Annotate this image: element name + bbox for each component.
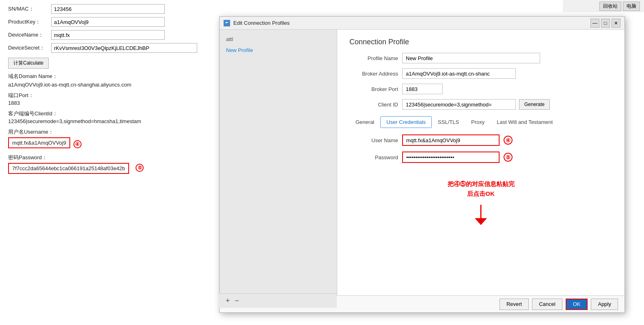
cred-password-label: Password — [349, 154, 398, 160]
credentials-section: User Name ④ Password ⑤ — [349, 134, 612, 163]
sn-input[interactable] — [51, 4, 165, 14]
device-name-label: DeviceName： — [8, 31, 49, 39]
broker-address-label: Broker Address — [349, 71, 398, 77]
tabs-row: General User Credentials SSL/TLS Proxy L… — [349, 116, 612, 128]
instruction-text: 把④⑤的对应信息粘贴完后点击OK — [349, 179, 612, 199]
broker-address-input[interactable] — [402, 68, 516, 79]
modal-sidebar: attl New Profile — [220, 30, 337, 295]
modal-right-panel: Connection Profile Profile Name Broker A… — [337, 30, 625, 295]
device-secret-row: DeviceSecret： — [8, 43, 215, 53]
cred-username-row: User Name ④ — [349, 134, 612, 146]
sidebar-bottom-controls: + − — [219, 293, 337, 308]
client-id-label: Client ID — [349, 102, 398, 108]
product-key-input[interactable] — [51, 17, 165, 27]
domain-label: 域名Domain Name： — [8, 73, 215, 80]
broker-port-label: Broker Port — [349, 86, 398, 92]
modal-body: attl New Profile Connection Profile Prof… — [220, 30, 625, 295]
recycle-bin-btn[interactable]: 回收站 — [599, 2, 621, 11]
svg-marker-4 — [475, 218, 487, 225]
profile-name-label: Profile Name — [349, 55, 398, 61]
svg-rect-1 — [226, 22, 227, 23]
client-id-input[interactable] — [402, 99, 516, 110]
left-panel: SN/MAC： ProductKey： DeviceName： DeviceSe… — [0, 0, 223, 325]
svg-rect-2 — [227, 22, 228, 23]
clientid-label: 客户端编号ClientId： — [8, 110, 215, 117]
password-box: 7f7ccc2da65644ebc1ca066191a25148af03e42b — [8, 163, 129, 174]
domain-value: a1AmqOVVoj9.iot-as-mqtt.cn-shanghai.aliy… — [8, 82, 215, 88]
tab-ssl-tls[interactable]: SSL/TLS — [432, 116, 465, 128]
modal-dialog: Edit Connection Profiles — □ ✕ attl New … — [219, 16, 625, 313]
cancel-button[interactable]: Cancel — [532, 299, 562, 310]
calc-button[interactable]: 计算Calculate — [8, 58, 49, 69]
device-name-row: DeviceName： — [8, 30, 215, 40]
tab-last-will[interactable]: Last Will and Testament — [491, 116, 559, 128]
sn-label: SN/MAC： — [8, 5, 49, 13]
product-key-row: ProductKey： — [8, 17, 215, 27]
password-annot-circle: ⑤ — [136, 164, 144, 172]
device-secret-input[interactable] — [51, 43, 197, 53]
port-label: 端口Port： — [8, 92, 215, 99]
modal-minimize-btn[interactable]: — — [590, 19, 599, 28]
generate-button[interactable]: Generate — [519, 99, 550, 110]
product-key-label: ProductKey： — [8, 18, 49, 26]
ok-button[interactable]: OK — [566, 299, 588, 310]
cred-password-row: Password ⑤ — [349, 152, 612, 163]
modal-title-icon — [224, 20, 230, 26]
sidebar-item-new-profile[interactable]: New Profile — [220, 45, 337, 56]
add-profile-btn[interactable]: + — [226, 297, 230, 305]
cred-username-label: User Name — [349, 137, 398, 143]
remove-profile-btn[interactable]: − — [235, 297, 239, 305]
top-right-bar: 回收站 电脑 — [563, 0, 644, 12]
modal-close-btn[interactable]: ✕ — [612, 19, 620, 28]
profile-name-input[interactable] — [402, 53, 540, 63]
tab-proxy[interactable]: Proxy — [465, 116, 491, 128]
modal-title-controls: — □ ✕ — [590, 19, 620, 28]
broker-port-row: Broker Port — [349, 84, 612, 94]
username-label: 用户名Username： — [8, 128, 215, 136]
sn-row: SN/MAC： — [8, 4, 215, 14]
broker-address-row: Broker Address — [349, 68, 612, 79]
cred-password-input[interactable] — [402, 152, 500, 163]
tab-general[interactable]: General — [349, 116, 380, 128]
modal-restore-btn[interactable]: □ — [601, 19, 610, 28]
computer-btn[interactable]: 电脑 — [623, 2, 640, 11]
broker-port-input[interactable] — [402, 84, 443, 94]
connection-profile-title: Connection Profile — [349, 38, 612, 46]
arrow-down-icon — [349, 203, 612, 230]
device-secret-label: DeviceSecret： — [8, 44, 49, 52]
modal-titlebar: Edit Connection Profiles — □ ✕ — [220, 17, 625, 30]
tab-user-credentials[interactable]: User Credentials — [380, 116, 432, 128]
password-label: 密码Password： — [8, 154, 215, 161]
cred-username-input[interactable] — [402, 134, 500, 146]
sidebar-item-attl[interactable]: attl — [220, 34, 337, 45]
clientid-value: 123456|securemode=3,signmethod=hmacsha1,… — [8, 118, 215, 124]
port-value: 1883 — [8, 100, 215, 106]
username-annot-circle: ④ — [73, 140, 82, 148]
modal-title-text: Edit Connection Profiles — [233, 20, 590, 26]
profile-name-row: Profile Name — [349, 53, 612, 63]
device-name-input[interactable] — [51, 30, 165, 40]
password-modal-annot: ⑤ — [504, 153, 513, 162]
username-modal-annot: ④ — [504, 136, 513, 145]
username-box: mqtt.fx&a1AmqOVVoj9 — [8, 137, 70, 148]
client-id-row: Client ID Generate — [349, 99, 612, 110]
apply-button[interactable]: Apply — [591, 299, 618, 310]
revert-button[interactable]: Revert — [500, 299, 529, 310]
